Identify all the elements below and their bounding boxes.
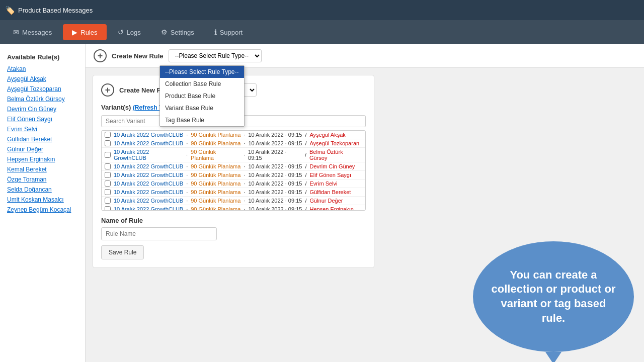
- variant-row[interactable]: 10 Aralık 2022 GrowthCLUB · 90 Günlük Pl…: [102, 162, 365, 171]
- variant-checkbox[interactable]: [105, 140, 111, 146]
- variant-checkbox[interactable]: [105, 132, 111, 138]
- variant-text-blue: 10 Aralık 2022 GrowthCLUB: [114, 132, 183, 138]
- sidebar-item-hepsen[interactable]: Hepşen Erginakın: [0, 154, 85, 164]
- variant-name: Evrim Selvi: [309, 180, 337, 187]
- inner-plus-button[interactable]: +: [101, 83, 114, 97]
- variant-slash: /: [305, 172, 306, 178]
- variant-dot: ·: [186, 163, 188, 169]
- variant-name: Ayşegül Tozkoparan: [309, 140, 359, 146]
- variant-text-orange: 90 Günlük Planlama: [191, 189, 240, 195]
- sidebar-item-ozge[interactable]: Özge Toraman: [0, 174, 85, 185]
- variant-text-orange: 90 Günlük Planlama: [191, 180, 240, 187]
- variant-date: 10 Aralık 2022 · 09:15: [248, 189, 302, 195]
- variant-date: 10 Aralık 2022 · 09:15: [248, 140, 302, 146]
- sidebar-item-selda[interactable]: Selda Doğancan: [0, 185, 85, 195]
- sidebar-item-belma[interactable]: Belma Öztürk Gürsoy: [0, 94, 85, 104]
- app-emoji: 🏷️: [5, 6, 15, 15]
- variant-text-blue: 10 Aralık 2022 GrowthCLUB: [114, 140, 183, 146]
- variant-row[interactable]: 10 Aralık 2022 GrowthCLUB · 90 Günlük Pl…: [102, 205, 365, 211]
- variant-row[interactable]: 10 Aralık 2022 GrowthCLUB · 90 Günlük Pl…: [102, 197, 365, 205]
- sidebar: Available Rule(s) Atakan Ayşegül Akşak A…: [0, 44, 86, 362]
- sidebar-item-kemal[interactable]: Kemal Bereket: [0, 164, 85, 174]
- app-title: 🏷️ Product Based Messages: [5, 6, 93, 15]
- variant-row[interactable]: 10 Aralık 2022 GrowthCLUB · 90 Günlük Pl…: [102, 171, 365, 179]
- variant-date: 10 Aralık 2022 · 09:15: [248, 198, 302, 204]
- variant-text-blue: 10 Aralık 2022 GrowthCLUB: [114, 149, 183, 161]
- variant-date: 10 Aralık 2022 · 09:15: [248, 163, 302, 169]
- dropdown-item-placeholder[interactable]: --Please Select Rule Type--: [160, 66, 244, 78]
- variant-dot2: ·: [244, 180, 245, 187]
- variant-checkbox[interactable]: [105, 152, 111, 158]
- variant-name: Belma Öztürk Gürsoy: [309, 149, 362, 161]
- sidebar-item-atakan[interactable]: Atakan: [0, 64, 85, 74]
- create-rule-label: Create New Rule: [112, 52, 164, 60]
- variant-row[interactable]: 10 Aralık 2022 GrowthCLUB · 90 Günlük Pl…: [102, 179, 365, 188]
- variant-slash: /: [305, 163, 306, 169]
- variant-row[interactable]: 10 Aralık 2022 GrowthCLUB · 90 Günlük Pl…: [102, 188, 365, 197]
- variant-name: Elif Gönen Saygı: [309, 172, 351, 178]
- variant-date: 10 Aralık 2022 · 09:15: [248, 206, 302, 211]
- nav-messages[interactable]: ✉ Messages: [4, 24, 61, 40]
- dropdown-item-collection[interactable]: Collection Base Rule: [160, 78, 244, 90]
- nav-settings[interactable]: ⚙ Settings: [152, 24, 203, 40]
- variant-slash: /: [305, 180, 306, 187]
- create-rule-plus-button[interactable]: +: [94, 49, 107, 62]
- variant-checkbox[interactable]: [105, 198, 111, 204]
- variant-slash: /: [305, 132, 306, 138]
- variant-dot: ·: [186, 180, 188, 187]
- variant-text-blue: 10 Aralık 2022 GrowthCLUB: [114, 172, 183, 178]
- variant-name: Gülnur Değer: [309, 198, 343, 204]
- variant-date: 10 Aralık 2022 · 09:15: [248, 132, 302, 138]
- variant-dot2: ·: [244, 172, 245, 178]
- sidebar-item-elif[interactable]: Elif Gönen Saygı: [0, 114, 85, 124]
- sidebar-item-devrim[interactable]: Devrim Cin Güney: [0, 104, 85, 114]
- variant-row[interactable]: 10 Aralık 2022 GrowthCLUB · 90 Günlük Pl…: [102, 139, 365, 148]
- dropdown-item-tag[interactable]: Tag Base Rule: [160, 114, 244, 126]
- variant-checkbox[interactable]: [105, 206, 111, 211]
- sidebar-item-gulnur[interactable]: Gülnur Değer: [0, 144, 85, 154]
- rule-name-input[interactable]: [101, 227, 217, 240]
- nav-logs[interactable]: ↺ Logs: [109, 24, 150, 40]
- variant-dot2: ·: [244, 206, 245, 211]
- sidebar-item-evrim[interactable]: Evrim Selvi: [0, 124, 85, 134]
- nav-rules[interactable]: ▶ Rules: [63, 24, 106, 40]
- variant-row[interactable]: 10 Aralık 2022 GrowthCLUB · 90 Günlük Pl…: [102, 148, 365, 162]
- rule-name-section: Name of Rule Save Rule: [101, 217, 366, 259]
- variant-row[interactable]: 10 Aralık 2022 GrowthCLUB · 90 Günlük Pl…: [102, 131, 365, 139]
- variant-date: 10 Aralık 2022 · 09:15: [248, 149, 302, 161]
- variant-checkbox[interactable]: [105, 189, 111, 195]
- variant-dot: ·: [186, 198, 188, 204]
- dropdown-item-variant[interactable]: Variant Base Rule: [160, 102, 244, 114]
- variant-text-blue: 10 Aralık 2022 GrowthCLUB: [114, 189, 183, 195]
- app-title-text: Product Based Messages: [18, 7, 93, 14]
- variant-slash: /: [305, 140, 306, 146]
- variant-checkbox[interactable]: [105, 163, 111, 169]
- variant-text-orange: 90 Günlük Planlama: [191, 149, 240, 161]
- variant-dot2: ·: [244, 152, 245, 158]
- variant-text-orange: 90 Günlük Planlama: [191, 206, 240, 211]
- variant-text-orange: 90 Günlük Planlama: [191, 163, 240, 169]
- nav-support[interactable]: ℹ Support: [205, 24, 252, 40]
- sidebar-item-gulfidan[interactable]: Gülfidan Bereket: [0, 134, 85, 144]
- variant-text-blue: 10 Aralık 2022 GrowthCLUB: [114, 206, 183, 211]
- sidebar-item-aysegul-tozkoparan[interactable]: Ayşegül Tozkoparan: [0, 84, 85, 94]
- variant-text-orange: 90 Günlük Planlama: [191, 172, 240, 178]
- variant-dot: ·: [186, 132, 188, 138]
- main-area: Available Rule(s) Atakan Ayşegül Akşak A…: [0, 44, 644, 362]
- rule-type-select[interactable]: --Please Select Rule Type-- Collection B…: [169, 49, 262, 62]
- nav-logs-label: Logs: [127, 29, 141, 36]
- variant-dot: ·: [186, 206, 188, 211]
- sidebar-item-umit[interactable]: Umit Koşkan Masalcı: [0, 195, 85, 205]
- rule-type-dropdown: --Please Select Rule Type-- Collection B…: [159, 65, 245, 127]
- rules-icon: ▶: [72, 28, 77, 36]
- sidebar-item-aysegul-aksak[interactable]: Ayşegül Akşak: [0, 74, 85, 84]
- create-rule-bar: + Create New Rule --Please Select Rule T…: [86, 44, 644, 68]
- variant-checkbox[interactable]: [105, 172, 111, 178]
- dropdown-item-product[interactable]: Product Base Rule: [160, 90, 244, 102]
- nav-rules-label: Rules: [80, 29, 97, 36]
- sidebar-item-zeynep[interactable]: Zeynep Begüm Kocaçal: [0, 205, 85, 215]
- settings-icon: ⚙: [161, 28, 168, 36]
- variant-slash: /: [305, 152, 306, 158]
- variant-checkbox[interactable]: [105, 180, 111, 187]
- save-rule-button[interactable]: Save Rule: [101, 245, 144, 259]
